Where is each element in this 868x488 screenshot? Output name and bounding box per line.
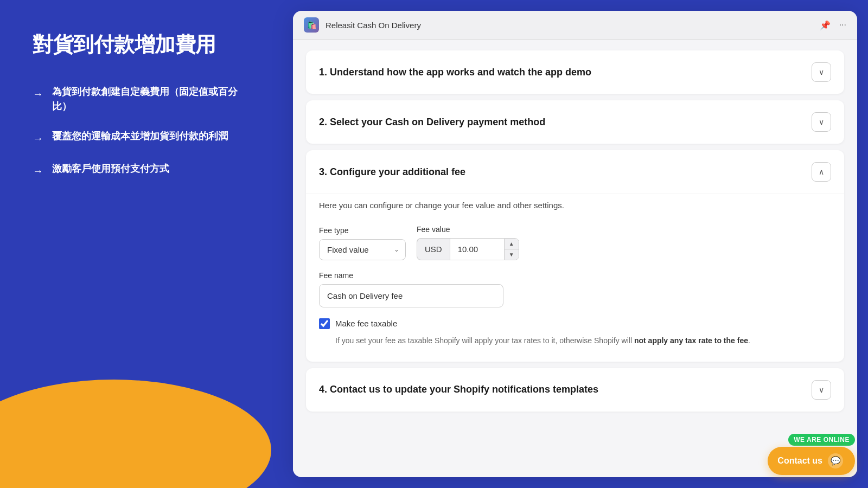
list-item: → 為貨到付款創建自定義費用（固定值或百分比） [33, 85, 255, 114]
section2-title: 2. Select your Cash on Delivery payment … [319, 117, 545, 128]
section4-title: 4. Contact us to update your Shopify not… [319, 384, 598, 395]
feature-list: → 為貨到付款創建自定義費用（固定值或百分比） → 覆蓋您的運輸成本並增加貨到付… [33, 85, 255, 179]
page-title: 對貨到付款增加費用 [33, 33, 255, 57]
taxable-checkbox[interactable] [319, 318, 330, 329]
accordion-header-3[interactable]: 3. Configure your additional fee ∧ [306, 150, 844, 194]
fee-name-label: Fee name [319, 271, 831, 280]
section2-toggle[interactable]: ∨ [812, 112, 831, 132]
window-titlebar: 🛍️ Releasit Cash On Delivery 📌 ··· [293, 11, 857, 40]
decrement-button[interactable]: ▼ [505, 249, 519, 260]
arrow-icon: → [33, 130, 43, 146]
feature-text: 覆蓋您的運輸成本並增加貨到付款的利潤 [52, 129, 228, 144]
accordion-section-2: 2. Select your Cash on Delivery payment … [306, 100, 844, 144]
window-actions: 📌 ··· [820, 20, 846, 30]
accordion-header-4[interactable]: 4. Contact us to update your Shopify not… [306, 368, 844, 412]
fee-name-group: Fee name [319, 271, 831, 307]
fee-form-row: Fee type Fixed value Percentage ⌄ Fee va… [319, 225, 831, 260]
section4-toggle[interactable]: ∨ [812, 380, 831, 400]
taxable-checkbox-row: Make fee taxable [319, 318, 831, 329]
section3-description: Here you can configure or change your fe… [319, 200, 831, 212]
accordion-section-4: 4. Contact us to update your Shopify not… [306, 368, 844, 412]
fee-type-select[interactable]: Fixed value Percentage [319, 239, 406, 260]
accordion-body-3: Here you can configure or change your fe… [306, 194, 844, 362]
fee-value-label: Fee value [417, 225, 519, 234]
section3-toggle[interactable]: ∧ [812, 162, 831, 182]
pin-icon[interactable]: 📌 [820, 20, 831, 30]
fee-value-input[interactable] [450, 238, 504, 260]
section1-title: 1. Understand how the app works and watc… [319, 67, 591, 78]
accordion-section-3: 3. Configure your additional fee ∧ Here … [306, 150, 844, 362]
right-panel: 🛍️ Releasit Cash On Delivery 📌 ··· 1. Un… [282, 0, 868, 488]
section3-title: 3. Configure your additional fee [319, 166, 465, 178]
accordion-header-1[interactable]: 1. Understand how the app works and watc… [306, 50, 844, 94]
section1-toggle[interactable]: ∨ [812, 62, 831, 82]
currency-label: USD [417, 238, 450, 260]
contact-button[interactable]: Contact us 💬 [768, 447, 855, 475]
arrow-icon: → [33, 163, 43, 179]
chat-widget: WE ARE ONLINE Contact us 💬 [768, 434, 855, 475]
accordion-header-2[interactable]: 2. Select your Cash on Delivery payment … [306, 100, 844, 144]
content-area[interactable]: 1. Understand how the app works and watc… [293, 40, 857, 477]
decorative-blob [0, 380, 271, 488]
window-title: Releasit Cash On Delivery [326, 21, 813, 30]
list-item: → 覆蓋您的運輸成本並增加貨到付款的利潤 [33, 129, 255, 146]
fee-type-select-wrapper: Fixed value Percentage ⌄ [319, 239, 406, 260]
fee-value-group: Fee value USD ▲ ▼ [417, 225, 519, 260]
more-icon[interactable]: ··· [839, 20, 846, 30]
fee-type-label: Fee type [319, 226, 406, 235]
chat-bubble-icon: 💬 [828, 453, 843, 468]
list-item: → 激勵客戶使用預付支付方式 [33, 162, 255, 179]
app-window: 🛍️ Releasit Cash On Delivery 📌 ··· 1. Un… [293, 11, 857, 477]
taxable-description: If you set your fee as taxable Shopify w… [319, 335, 831, 346]
fee-value-input-group: USD ▲ ▼ [417, 238, 519, 260]
increment-button[interactable]: ▲ [505, 239, 519, 249]
arrow-icon: → [33, 86, 43, 102]
taxable-label[interactable]: Make fee taxable [335, 319, 397, 328]
fee-name-input[interactable] [319, 284, 503, 307]
left-panel: 對貨到付款增加費用 → 為貨到付款創建自定義費用（固定值或百分比） → 覆蓋您的… [0, 0, 282, 488]
contact-label: Contact us [777, 456, 822, 466]
accordion-section-1: 1. Understand how the app works and watc… [306, 50, 844, 94]
fee-type-group: Fee type Fixed value Percentage ⌄ [319, 226, 406, 260]
feature-text: 為貨到付款創建自定義費用（固定值或百分比） [52, 85, 255, 114]
feature-text: 激勵客戶使用預付支付方式 [52, 162, 169, 176]
app-icon: 🛍️ [304, 17, 319, 33]
online-badge: WE ARE ONLINE [788, 434, 855, 446]
spinner-buttons: ▲ ▼ [504, 238, 519, 260]
